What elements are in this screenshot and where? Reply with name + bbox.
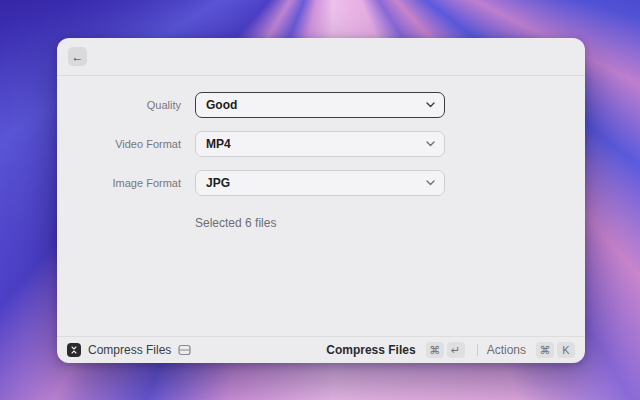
chevron-down-icon [426,180,435,186]
footer-app-name: Compress Files [88,343,171,357]
video-format-dropdown[interactable]: MP4 [195,131,445,157]
form-row-image-format: Image Format JPG [57,170,585,196]
cmd-keycap[interactable]: ⌘ [536,342,554,358]
back-button[interactable]: ← [68,47,87,66]
quality-label: Quality [57,99,181,111]
drive-icon [178,344,191,356]
k-keycap[interactable]: K [557,342,575,358]
window-header: ← [57,38,585,76]
actions-menu-label[interactable]: Actions [487,343,526,357]
form-row-quality: Quality Good [57,92,585,118]
form-row-video-format: Video Format MP4 [57,131,585,157]
primary-action-label[interactable]: Compress Files [326,343,415,357]
window-footer: Compress Files Compress Files ⌘ ↵ Action… [57,336,585,363]
image-format-dropdown[interactable]: JPG [195,170,445,196]
image-format-value: JPG [206,176,230,190]
image-format-label: Image Format [57,177,181,189]
cmd-keycap[interactable]: ⌘ [426,342,444,358]
video-format-value: MP4 [206,137,231,151]
footer-divider [477,344,478,356]
footer-app-identity: Compress Files [67,343,191,357]
quality-dropdown[interactable]: Good [195,92,445,118]
selected-files-status: Selected 6 files [195,216,585,230]
quality-value: Good [206,98,237,112]
compress-app-icon [67,343,81,357]
footer-actions: Compress Files ⌘ ↵ Actions ⌘ K [326,342,575,358]
video-format-label: Video Format [57,138,181,150]
return-keycap[interactable]: ↵ [447,342,465,358]
chevron-down-icon [426,102,435,108]
chevron-down-icon [426,141,435,147]
form-area: Quality Good Video Format MP4 Image Form… [57,76,585,336]
compress-files-window: ← Quality Good Video Format MP4 Image Fo [57,38,585,363]
back-arrow-icon: ← [72,51,84,63]
